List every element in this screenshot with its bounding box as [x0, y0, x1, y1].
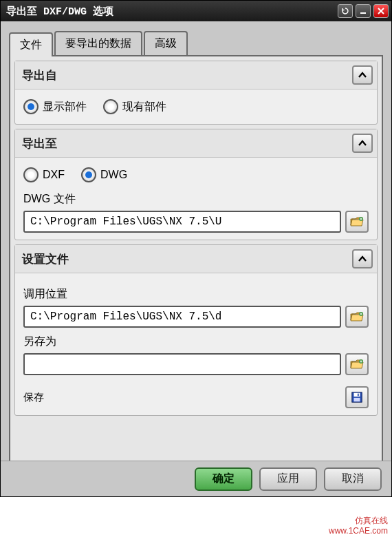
svg-rect-7: [354, 398, 360, 401]
recall-label: 调用位置: [23, 287, 369, 302]
tab-file-label: 文件: [20, 39, 42, 50]
collapse-export-from[interactable]: [352, 65, 373, 85]
section-export-from-header: 导出自: [15, 61, 377, 90]
section-export-to-body: DXF DWG DWG 文件: [15, 158, 377, 240]
tab-data[interactable]: 要导出的数据: [54, 31, 142, 55]
section-settings-file: 设置文件 调用位置: [14, 244, 378, 416]
saveas-input[interactable]: [23, 353, 341, 375]
folder-open-icon: [350, 310, 364, 323]
save-row: 保存: [23, 386, 369, 408]
section-export-to-title: 导出至: [22, 136, 352, 151]
saveas-label: 另存为: [23, 335, 369, 349]
tab-body: 导出自 显示部件 现有部件: [9, 55, 383, 465]
svg-rect-6: [358, 394, 359, 397]
tab-data-label: 要导出的数据: [65, 37, 131, 49]
radio-dwg[interactable]: DWG: [81, 167, 127, 182]
section-settings-file-title: 设置文件: [22, 251, 352, 267]
svg-rect-0: [360, 12, 366, 14]
saveas-row: [23, 353, 369, 375]
minimize-button[interactable]: [356, 4, 371, 18]
radio-dxf-label: DXF: [43, 169, 65, 181]
collapse-settings-file[interactable]: [352, 249, 373, 268]
section-export-to-header: 导出至: [15, 129, 377, 158]
save-label: 保存: [23, 391, 44, 404]
dialog-window: 导出至 DXF/DWG 选项 文件 要导出的数据 高级 导出自: [0, 0, 392, 497]
svg-rect-5: [354, 393, 360, 397]
browse-dwg-file-button[interactable]: [345, 211, 369, 233]
tab-file[interactable]: 文件: [9, 32, 53, 56]
ok-button[interactable]: 确定: [195, 467, 252, 491]
export-from-radio-group: 显示部件 现有部件: [23, 96, 369, 117]
minimize-icon: [359, 7, 367, 15]
dwg-file-row: [23, 211, 369, 233]
watermark-line1: 仿真在线: [329, 516, 388, 525]
reset-button[interactable]: [338, 4, 353, 18]
chevron-up-icon: [358, 71, 367, 79]
radio-dxf-input[interactable]: [23, 167, 39, 182]
tab-strip: 文件 要导出的数据 高级: [9, 31, 383, 55]
radio-dxf[interactable]: DXF: [23, 167, 65, 182]
section-export-from-body: 显示部件 现有部件: [15, 90, 377, 124]
section-export-to: 导出至 DXF DWG: [14, 129, 378, 240]
radio-display-part-label: 显示部件: [43, 100, 87, 114]
watermark-line2: www.1CAE.com: [329, 526, 388, 536]
tab-advanced[interactable]: 高级: [144, 31, 188, 55]
section-settings-file-body: 调用位置 另存为: [15, 273, 377, 415]
save-button[interactable]: [345, 386, 369, 408]
content-area: 文件 要导出的数据 高级 导出自 显示部件: [1, 21, 391, 461]
browse-saveas-button[interactable]: [345, 353, 369, 375]
window-title: 导出至 DXF/DWG 选项: [6, 5, 338, 18]
cancel-button[interactable]: 取消: [324, 467, 382, 491]
title-bar: 导出至 DXF/DWG 选项: [1, 1, 391, 21]
close-icon: [377, 7, 385, 15]
dwg-file-input[interactable]: [23, 211, 341, 233]
folder-open-icon: [350, 358, 364, 370]
recall-input[interactable]: [23, 306, 341, 328]
tab-advanced-label: 高级: [155, 37, 177, 49]
browse-recall-button[interactable]: [345, 306, 369, 328]
export-to-radio-group: DXF DWG: [23, 165, 369, 185]
section-export-from: 导出自 显示部件 现有部件: [14, 61, 378, 125]
radio-existing-part-label: 现有部件: [122, 100, 166, 114]
radio-existing-part-input[interactable]: [103, 99, 118, 114]
apply-button[interactable]: 应用: [259, 467, 317, 491]
radio-dwg-label: DWG: [100, 169, 127, 181]
folder-open-icon: [350, 215, 364, 228]
ok-button-label: 确定: [213, 472, 235, 484]
close-button[interactable]: [373, 4, 389, 18]
apply-button-label: 应用: [277, 472, 299, 484]
section-export-from-title: 导出自: [22, 67, 352, 83]
collapse-export-to[interactable]: [352, 134, 373, 153]
section-settings-file-header: 设置文件: [15, 245, 377, 273]
radio-dwg-input[interactable]: [81, 167, 96, 182]
floppy-disk-icon: [350, 391, 364, 403]
dwg-file-label: DWG 文件: [23, 192, 369, 207]
radio-display-part-input[interactable]: [23, 99, 39, 114]
radio-existing-part[interactable]: 现有部件: [103, 99, 166, 114]
window-controls: [338, 4, 389, 18]
reset-icon: [341, 7, 349, 15]
cancel-button-label: 取消: [342, 472, 364, 484]
chevron-up-icon: [358, 139, 367, 147]
chevron-up-icon: [358, 255, 367, 263]
watermark: 仿真在线 www.1CAE.com: [329, 516, 388, 536]
dialog-footer: 确定 应用 取消: [1, 461, 391, 496]
radio-display-part[interactable]: 显示部件: [23, 99, 87, 114]
recall-row: [23, 306, 369, 328]
